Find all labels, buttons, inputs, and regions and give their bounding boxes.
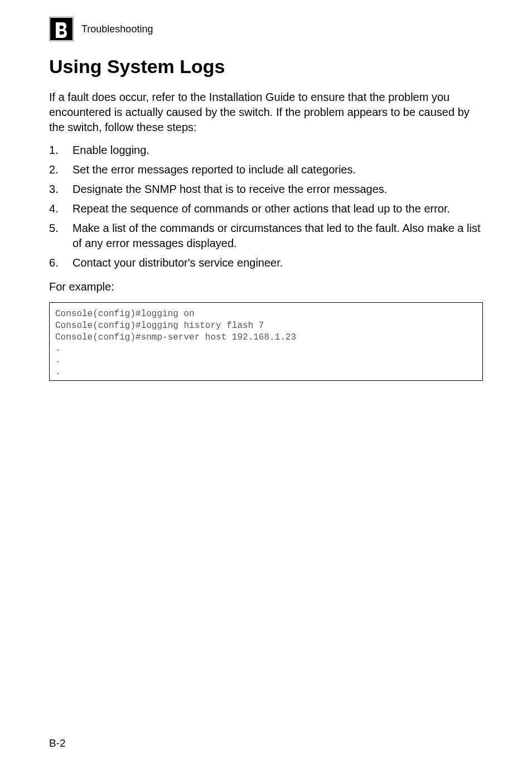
list-item: Contact your distributor's service engin…: [49, 255, 483, 270]
appendix-badge: [49, 17, 74, 41]
example-lead: For example:: [49, 280, 483, 293]
page-number: B-2: [49, 737, 66, 749]
list-item: Enable logging.: [49, 143, 483, 158]
page-header: Troubleshooting: [49, 17, 483, 41]
page: Troubleshooting Using System Logs If a f…: [0, 0, 532, 774]
steps-list: Enable logging. Set the error messages r…: [49, 143, 483, 270]
list-item: Repeat the sequence of commands or other…: [49, 201, 483, 216]
appendix-b-icon: [50, 18, 72, 40]
intro-paragraph: If a fault does occur, refer to the Inst…: [49, 90, 483, 135]
header-label: Troubleshooting: [81, 23, 153, 35]
list-item: Designate the SNMP host that is to recei…: [49, 182, 483, 197]
section-title: Using System Logs: [49, 56, 483, 78]
list-item: Set the error messages reported to inclu…: [49, 162, 483, 177]
code-block: Console(config)#logging on Console(confi…: [49, 302, 483, 381]
list-item: Make a list of the commands or circumsta…: [49, 221, 483, 251]
